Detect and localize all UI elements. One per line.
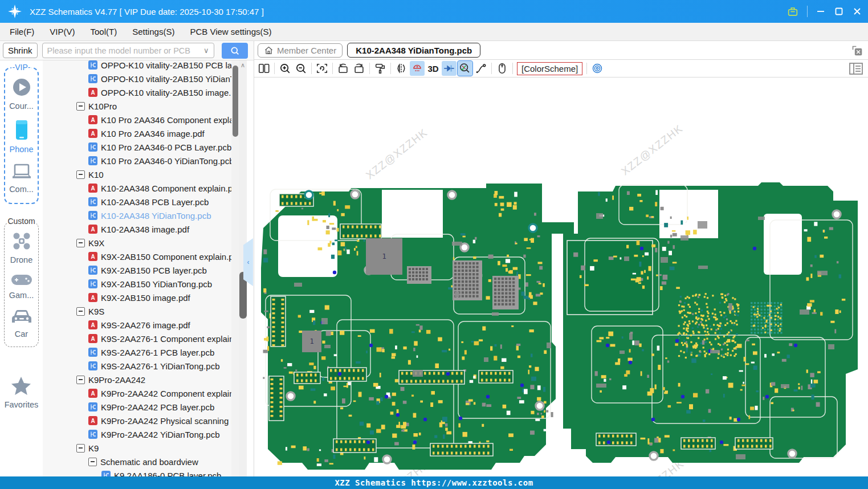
- close-button[interactable]: [852, 6, 862, 17]
- diode-icon[interactable]: [442, 61, 457, 76]
- tree-item-label: K9Pro-2AA242: [88, 375, 145, 385]
- tree-item-label: OPPO-K10 vitality-2AB150 YiDianTong.pcb: [101, 74, 231, 84]
- tree-item-k10[interactable]: K10: [43, 168, 231, 181]
- collapse-icon[interactable]: [76, 444, 85, 453]
- sidebar-item-label: Car: [15, 329, 28, 339]
- tree-item-k9s-2aa276-1-pcb-layer-pcb[interactable]: K9S-2AA276-1 PCB layer.pcb: [43, 345, 231, 359]
- menu-settings-s[interactable]: Settings(S): [132, 27, 174, 36]
- tree-item-k9x[interactable]: K9X: [43, 236, 231, 250]
- rotate-selection-icon[interactable]: [315, 61, 329, 76]
- tree-item-k9pro-2aa242-yidiantong-pcb[interactable]: K9Pro-2AA242 YiDianTong.pcb: [43, 427, 231, 441]
- colorscheme-button[interactable]: [ColorScheme]: [517, 62, 582, 75]
- tree-item-k9pro-2aa242[interactable]: K9Pro-2AA242: [43, 373, 231, 386]
- tree-item-k9x-2ab150-image-pdf[interactable]: AK9X-2AB150 image.pdf: [43, 291, 231, 304]
- collapse-icon[interactable]: [88, 458, 97, 466]
- sidebar-item-gam[interactable]: Gam...: [5, 274, 38, 300]
- sidebar-item-phone[interactable]: Phone: [5, 120, 38, 154]
- collapse-icon[interactable]: [76, 376, 85, 384]
- scroll-up-arrow[interactable]: ∧: [239, 62, 247, 69]
- tree-item-label: K10-2AA348 image.pdf: [101, 225, 189, 234]
- collapse-icon[interactable]: [76, 307, 85, 316]
- pcb-canvas[interactable]: XZZ@XZZHKXZZ@XZZHKXZZ@XZZHKXZZ@XZZHKXZZ@…: [254, 78, 868, 476]
- zoom-in-icon[interactable]: [278, 61, 292, 76]
- zoom-out-icon[interactable]: [294, 61, 308, 76]
- tree-item-k9[interactable]: K9: [43, 441, 231, 455]
- tree-item-k10-pro-2aa346-image-pdf[interactable]: AK10 Pro 2AA346 image.pdf: [43, 127, 231, 140]
- sidebar-item-cour[interactable]: Cour...: [5, 78, 38, 111]
- minimize-button[interactable]: [816, 6, 826, 17]
- trace-search-icon[interactable]: [458, 61, 472, 76]
- sidebar-item-car[interactable]: Car: [5, 309, 38, 339]
- close-tab-icon[interactable]: [851, 45, 863, 56]
- tree-item-k10-2aa348-component-explain-pdf[interactable]: AK10-2AA348 Component explain.pdf: [43, 181, 231, 195]
- tree-item-k10-pro-2aa346-0-pcb-layer-pcb[interactable]: K10 Pro 2AA346-0 PCB Layer.pcb: [43, 140, 231, 154]
- tree-item-k9pro-2aa242-component-explain-pdf[interactable]: AK9Pro-2AA242 Component explain.pdf: [43, 386, 231, 400]
- tree-item-label: K9X-2AB150 image.pdf: [101, 293, 190, 303]
- pcb-file-icon: [101, 471, 111, 476]
- tree-item-k9pro-2aa242-pcb-layer-pcb[interactable]: K9Pro-2AA242 PCB layer.pcb: [43, 400, 231, 414]
- tree-scrollbar[interactable]: [231, 60, 239, 476]
- active-pcb-tab[interactable]: K10-2AA348 YiDianTong.pcb: [347, 43, 480, 58]
- tree-item-label: K9Pro-2AA242 Physical scanning image.pdf: [101, 416, 231, 426]
- measure-curve-icon[interactable]: [474, 61, 488, 76]
- menu-vip-v[interactable]: VIP(V): [50, 27, 75, 36]
- tree-item-k10-pro-2aa346-component-explain-pdf[interactable]: AK10 Pro 2AA346 Component explain.pdf: [43, 113, 231, 127]
- pcb-file-tree: OPPO-K10 vitality-2AB150 PCB layer.pcbOP…: [43, 60, 231, 476]
- mouse-icon[interactable]: [495, 61, 510, 76]
- collapse-icon[interactable]: [76, 239, 85, 247]
- menu-pcb-view-settings-s[interactable]: PCB View settings(S): [190, 27, 271, 36]
- 3d-view-button[interactable]: 3D: [426, 64, 440, 74]
- pcb-file-icon: [88, 197, 97, 206]
- model-search-combo[interactable]: ∨: [42, 43, 214, 58]
- collapse-left-panel-handle[interactable]: ‹: [243, 238, 253, 286]
- menu-file-f[interactable]: File(F): [10, 27, 34, 36]
- license-briefcase-icon[interactable]: [787, 5, 799, 18]
- collapse-icon[interactable]: [76, 102, 85, 111]
- tree-item-label: K9 2AA186-0 PCB layer.pcb: [114, 471, 221, 477]
- tree-item-k9-2aa186-0-pcb-layer-pcb[interactable]: K9 2AA186-0 PCB layer.pcb: [43, 468, 231, 476]
- member-center-label: Member Center: [277, 46, 336, 55]
- tree-item-k9x-2ab150-yidiantong-pcb[interactable]: K9X-2AB150 YiDianTong.pcb: [43, 277, 231, 291]
- collapse-icon[interactable]: [76, 170, 85, 179]
- tree-item-k10pro[interactable]: K10Pro: [43, 99, 231, 113]
- sidebar-item-com[interactable]: Com...: [5, 163, 38, 194]
- rotate-left-icon[interactable]: [336, 61, 351, 76]
- tree-item-oppo-k10-vitality-2ab150-image-pdf[interactable]: AOPPO-K10 vitality-2AB150 image.pdf: [43, 85, 231, 99]
- search-button[interactable]: [222, 43, 248, 59]
- tree-item-k9s-2aa276-image-pdf[interactable]: AK9S-2AA276 image.pdf: [43, 318, 231, 332]
- maximize-button[interactable]: [834, 6, 844, 17]
- pcb-file-icon: [88, 266, 97, 275]
- paint-roller-icon[interactable]: [373, 61, 388, 76]
- tree-item-label: K10 Pro 2AA346 Component explain.pdf: [101, 115, 231, 125]
- sidebar-item-drone[interactable]: Drone: [5, 231, 38, 264]
- tree-item-label: K9X-2AB150 Component explain.pdf: [101, 252, 231, 262]
- eye-target-icon[interactable]: [590, 61, 605, 76]
- shrink-button[interactable]: Shrink: [3, 43, 38, 58]
- tree-item-schematic-and-boardview[interactable]: Schematic and boardview: [43, 455, 231, 468]
- menu-tool-t[interactable]: Tool(T): [91, 27, 117, 36]
- layer-panel-icon[interactable]: [849, 62, 863, 75]
- split-view-icon[interactable]: [256, 61, 271, 76]
- mirror-flip-icon[interactable]: [394, 61, 409, 76]
- tree-item-k10-2aa348-image-pdf[interactable]: AK10-2AA348 image.pdf: [43, 222, 231, 236]
- sidebar-item-favorites[interactable]: Favorites: [0, 367, 43, 409]
- member-center-button[interactable]: Member Center: [258, 43, 343, 58]
- tree-item-oppo-k10-vitality-2ab150-yidiantong-pcb[interactable]: OPPO-K10 vitality-2AB150 YiDianTong.pcb: [43, 72, 231, 85]
- tree-item-k9s-2aa276-1-component-explain-pdf[interactable]: AK9S-2AA276-1 Component explain.pdf: [43, 332, 231, 345]
- rotate-right-icon[interactable]: [352, 61, 366, 76]
- tree-scrollbar-thumb[interactable]: [233, 66, 238, 137]
- tree-item-oppo-k10-vitality-2ab150-pcb-layer-pcb[interactable]: OPPO-K10 vitality-2AB150 PCB layer.pcb: [43, 60, 231, 72]
- tree-item-k10-2aa348-yidiantong-pcb[interactable]: K10-2AA348 YiDianTong.pcb: [43, 209, 231, 222]
- sidebar-item-favorites[interactable]: Favorites: [5, 376, 39, 409]
- tree-item-k10-pro-2aa346-0-yidiantong-pcb[interactable]: K10 Pro 2AA346-0 YiDianTong.pcb: [43, 154, 231, 168]
- tree-item-k9x-2ab150-component-explain-pdf[interactable]: AK9X-2AB150 Component explain.pdf: [43, 250, 231, 263]
- tree-item-k9pro-2aa242-physical-scanning-image-pdf[interactable]: AK9Pro-2AA242 Physical scanning image.pd…: [43, 414, 231, 427]
- tree-item-k9x-2ab150-pcb-layer-pcb[interactable]: K9X-2AB150 PCB layer.pcb: [43, 263, 231, 277]
- search-input[interactable]: [47, 46, 201, 55]
- tree-item-label: Schematic and boardview: [100, 457, 198, 467]
- tree-item-k10-2aa348-pcb-layer-pcb[interactable]: K10-2AA348 PCB Layer.pcb: [43, 195, 231, 209]
- tree-item-k9s[interactable]: K9S: [43, 304, 231, 318]
- highlight-lamp-icon[interactable]: [410, 61, 425, 76]
- chevron-down-icon[interactable]: ∨: [203, 46, 209, 55]
- tree-item-k9s-2aa276-1-yidiantong-pcb[interactable]: K9S-2AA276-1 YiDianTong.pcb: [43, 359, 231, 373]
